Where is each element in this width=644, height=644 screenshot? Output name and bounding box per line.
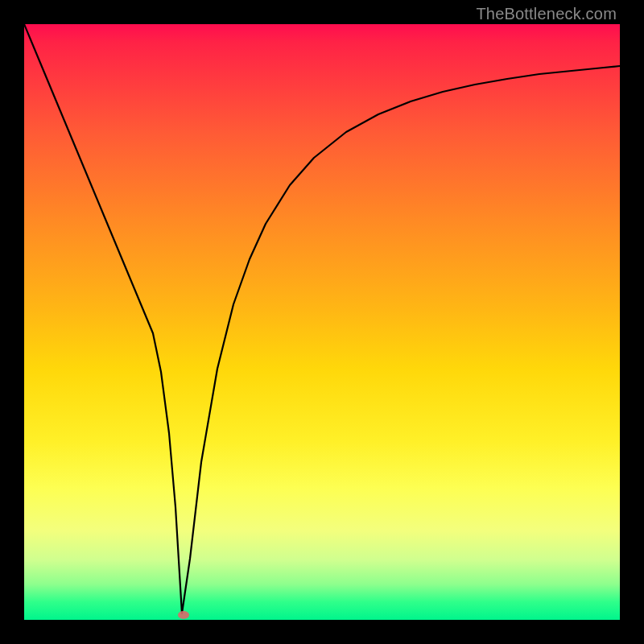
watermark-text: TheBottleneck.com — [476, 5, 617, 23]
chart-minimum-marker — [178, 611, 189, 619]
chart-curve — [24, 24, 620, 620]
chart-plot-area — [24, 24, 620, 620]
